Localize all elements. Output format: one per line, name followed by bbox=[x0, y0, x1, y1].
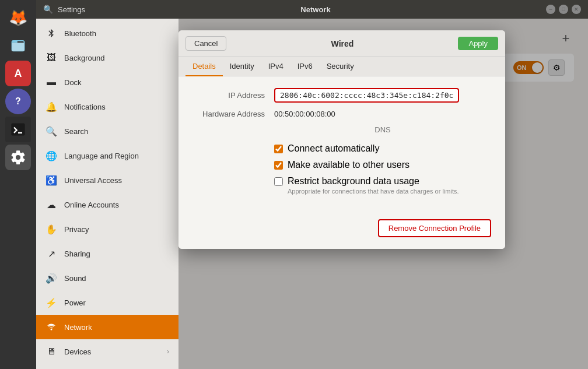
power-icon: ⚡ bbox=[46, 297, 57, 308]
dialog-header: Cancel Wired Apply bbox=[178, 30, 505, 57]
power-label: Power bbox=[64, 298, 86, 307]
network-icon bbox=[46, 321, 57, 333]
sidebar-item-search[interactable]: 🔍 Search bbox=[36, 119, 178, 143]
bluetooth-label: Bluetooth bbox=[64, 29, 96, 38]
sound-icon: 🔊 bbox=[46, 272, 57, 284]
sharing-icon: ↗ bbox=[46, 248, 57, 259]
tab-details[interactable]: Details bbox=[186, 57, 223, 76]
sidebar-item-power[interactable]: ⚡ Power bbox=[36, 290, 178, 315]
sidebar-item-background[interactable]: 🖼 Background bbox=[36, 45, 178, 70]
tab-identity[interactable]: Identity bbox=[223, 57, 261, 76]
sharing-label: Sharing bbox=[64, 249, 90, 258]
sidebar-item-universal-access[interactable]: ♿ Universal Access bbox=[36, 168, 178, 192]
online-accounts-icon: ☁ bbox=[46, 199, 57, 210]
restrict-bg-text: Restrict background data usage Appropria… bbox=[288, 176, 459, 195]
search-icon: 🔍 bbox=[46, 125, 57, 137]
dialog-tabs: Details Identity IPv4 IPv6 Security bbox=[178, 57, 505, 76]
auto-connect-label[interactable]: Connect automatically bbox=[288, 143, 379, 154]
tab-ipv4[interactable]: IPv4 bbox=[261, 57, 290, 76]
bluetooth-icon bbox=[46, 27, 57, 39]
taskbar: 🦊 A ? bbox=[0, 0, 36, 369]
sidebar-item-sound[interactable]: 🔊 Sound bbox=[36, 266, 178, 290]
sidebar-item-network[interactable]: Network bbox=[36, 315, 178, 339]
help-icon[interactable]: ? bbox=[5, 89, 31, 114]
sidebar-item-privacy[interactable]: ✋ Privacy bbox=[36, 217, 178, 241]
sidebar: Bluetooth 🖼 Background ▬ Dock 🔔 Notifica… bbox=[36, 19, 178, 369]
content-wrapper: Bluetooth 🖼 Background ▬ Dock 🔔 Notifica… bbox=[36, 19, 588, 369]
available-users-checkbox[interactable] bbox=[274, 161, 283, 170]
hardware-address-label: Hardware Address bbox=[192, 110, 274, 118]
devices-label: Devices bbox=[64, 347, 91, 356]
devices-icon: 🖥 bbox=[46, 346, 57, 357]
ip-address-label: IP Address bbox=[192, 91, 274, 100]
network-label: Network bbox=[64, 323, 92, 332]
restrict-bg-row: Restrict background data usage Appropria… bbox=[192, 176, 491, 195]
sound-label: Sound bbox=[64, 274, 86, 283]
titlebar-center-title: Network bbox=[300, 5, 330, 14]
language-icon: 🌐 bbox=[46, 150, 57, 161]
universal-access-label: Universal Access bbox=[64, 176, 122, 185]
background-label: Background bbox=[64, 54, 104, 62]
devices-arrow-icon: › bbox=[167, 347, 169, 356]
auto-connect-checkbox[interactable] bbox=[274, 145, 283, 153]
remove-connection-button[interactable]: Remove Connection Profile bbox=[378, 219, 491, 237]
dialog-body: IP Address 2806:40c:6002:cccc:48c3:345e:… bbox=[178, 76, 505, 212]
sidebar-item-online-accounts[interactable]: ☁ Online Accounts bbox=[36, 192, 178, 217]
dialog-overlay: Cancel Wired Apply Details Identity IPv4… bbox=[178, 19, 588, 369]
ip-address-value: 2806:40c:6002:cccc:48c3:345e:c184:2f0c bbox=[274, 88, 459, 103]
online-accounts-label: Online Accounts bbox=[64, 201, 119, 209]
sidebar-item-notifications[interactable]: 🔔 Notifications bbox=[36, 94, 178, 119]
titlebar: 🔍 Settings Network – □ ✕ bbox=[36, 0, 588, 19]
sidebar-item-devices[interactable]: 🖥 Devices › bbox=[36, 339, 178, 364]
language-label: Language and Region bbox=[64, 152, 139, 160]
dns-label: DNS bbox=[192, 125, 491, 134]
settings-icon[interactable] bbox=[5, 145, 31, 170]
tab-ipv6[interactable]: IPv6 bbox=[290, 57, 320, 76]
restrict-bg-checkbox[interactable] bbox=[274, 177, 283, 186]
background-icon: 🖼 bbox=[46, 52, 57, 64]
sidebar-item-dock[interactable]: ▬ Dock bbox=[36, 70, 178, 94]
privacy-label: Privacy bbox=[64, 225, 89, 234]
minimize-button[interactable]: – bbox=[546, 5, 555, 14]
files-icon[interactable] bbox=[5, 33, 31, 58]
universal-access-icon: ♿ bbox=[46, 174, 57, 186]
hardware-address-value: 00:50:00:00:08:00 bbox=[274, 110, 335, 118]
sidebar-item-bluetooth[interactable]: Bluetooth bbox=[36, 21, 178, 45]
maximize-button[interactable]: □ bbox=[559, 5, 568, 14]
svg-rect-2 bbox=[12, 43, 24, 51]
available-users-label[interactable]: Make available to other users bbox=[288, 160, 410, 170]
dock-label: Dock bbox=[64, 78, 82, 87]
sidebar-item-sharing[interactable]: ↗ Sharing bbox=[36, 241, 178, 266]
wired-dialog: Cancel Wired Apply Details Identity IPv4… bbox=[178, 30, 505, 249]
cancel-button[interactable]: Cancel bbox=[186, 36, 226, 51]
apply-button[interactable]: Apply bbox=[458, 37, 498, 50]
titlebar-left: 🔍 Settings bbox=[43, 5, 85, 14]
notifications-label: Notifications bbox=[64, 103, 106, 111]
search-label: Search bbox=[64, 127, 88, 136]
dialog-footer: Remove Connection Profile bbox=[178, 212, 505, 249]
titlebar-controls: – □ ✕ bbox=[546, 5, 581, 14]
available-users-row: Make available to other users bbox=[192, 160, 491, 170]
hardware-address-row: Hardware Address 00:50:00:00:08:00 bbox=[192, 110, 491, 118]
restrict-bg-label: Restrict background data usage bbox=[288, 176, 459, 187]
tab-security[interactable]: Security bbox=[320, 57, 361, 76]
titlebar-title: Settings bbox=[58, 5, 85, 14]
main-panel: Wired + Connected ON ⚙ bbox=[178, 19, 588, 369]
auto-connect-row: Connect automatically bbox=[192, 143, 491, 154]
notifications-icon: 🔔 bbox=[46, 101, 57, 113]
dock-icon: ▬ bbox=[46, 76, 57, 88]
terminal-icon[interactable] bbox=[5, 117, 31, 142]
svg-rect-3 bbox=[11, 124, 24, 136]
close-button[interactable]: ✕ bbox=[572, 5, 581, 14]
firefox-icon[interactable]: 🦊 bbox=[5, 5, 31, 30]
software-icon[interactable]: A bbox=[5, 61, 31, 86]
sidebar-item-language[interactable]: 🌐 Language and Region bbox=[36, 143, 178, 168]
restrict-bg-sublabel: Appropriate for connections that have da… bbox=[288, 188, 459, 195]
ip-address-row: IP Address 2806:40c:6002:cccc:48c3:345e:… bbox=[192, 88, 491, 103]
privacy-icon: ✋ bbox=[46, 223, 57, 235]
titlebar-search-icon: 🔍 bbox=[43, 5, 53, 14]
dialog-title: Wired bbox=[231, 39, 453, 48]
main-window: 🔍 Settings Network – □ ✕ Bluetooth 🖼 Bac… bbox=[36, 0, 588, 369]
